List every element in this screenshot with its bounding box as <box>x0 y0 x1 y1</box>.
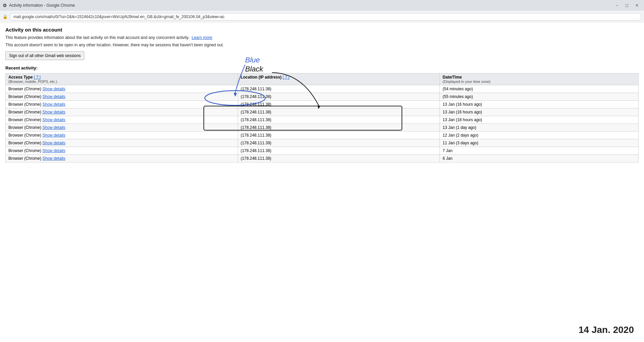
restore-button[interactable]: ◻ <box>623 2 631 9</box>
address-bar-row: 🔒 mail.google.com/mail/u/0/?ui=2&ik=1524… <box>0 11 644 23</box>
col-access-type: Access Type [ ? ] (Browser, mobile, POP3… <box>6 74 238 85</box>
location-cell: (178.248.111.38) <box>238 124 440 132</box>
lock-icon: 🔒 <box>3 14 8 19</box>
access-type-cell: Browser (Chrome) Show details <box>6 132 238 139</box>
address-bar[interactable]: mail.google.com/mail/u/0/?ui=2&ik=152464… <box>10 13 641 20</box>
col-location-title: Location (IP address) <box>241 75 283 80</box>
table-row: Browser (Chrome) Show details(178.248.11… <box>6 108 639 116</box>
access-text: Browser (Chrome) <box>8 125 42 130</box>
col-datetime: Date/Time (Displayed in your time zone) <box>440 74 639 85</box>
show-details-link[interactable]: Show details <box>42 110 65 114</box>
title-bar-controls: – ◻ ✕ <box>612 2 641 9</box>
access-type-cell: Browser (Chrome) Show details <box>6 93 238 101</box>
show-details-link[interactable]: Show details <box>42 117 65 122</box>
table-row: Browser (Chrome) Show details(178.248.11… <box>6 147 639 155</box>
col-datetime-sub: (Displayed in your time zone) <box>443 80 636 84</box>
access-type-cell: Browser (Chrome) Show details <box>6 147 238 155</box>
chrome-frame: ⚙ Activity information - Google Chrome –… <box>0 0 644 23</box>
location-cell: (178.248.111.38) <box>238 116 440 124</box>
location-cell: (178.248.111.39) <box>238 139 440 147</box>
access-text: Browser (Chrome) <box>8 141 42 145</box>
table-row: Browser (Chrome) Show details(178.248.11… <box>6 101 639 108</box>
activity-tbody: Browser (Chrome) Show details(178.248.11… <box>6 85 639 162</box>
access-type-cell: Browser (Chrome) Show details <box>6 116 238 124</box>
table-row: Browser (Chrome) Show details(178.248.11… <box>6 116 639 124</box>
show-details-link[interactable]: Show details <box>42 133 65 138</box>
title-bar-left: ⚙ Activity information - Google Chrome <box>3 3 75 8</box>
access-type-cell: Browser (Chrome) Show details <box>6 101 238 108</box>
access-text: Browser (Chrome) <box>8 148 42 153</box>
datetime-cell: 11 Jan (3 days ago) <box>440 139 639 147</box>
col-access-type-link[interactable]: [ ? ] <box>34 75 41 80</box>
datetime-cell: 13 Jan (16 hours ago) <box>440 101 639 108</box>
datetime-cell: 7 Jan <box>440 147 639 155</box>
access-type-cell: Browser (Chrome) Show details <box>6 124 238 132</box>
table-row: Browser (Chrome) Show details(178.248.11… <box>6 93 639 101</box>
access-text: Browser (Chrome) <box>8 110 42 114</box>
show-details-link[interactable]: Show details <box>42 87 65 91</box>
access-text: Browser (Chrome) <box>8 117 42 122</box>
chrome-logo-icon: ⚙ <box>3 3 7 8</box>
datetime-cell: 13 Jan (16 hours ago) <box>440 108 639 116</box>
activity-table: Access Type [ ? ] (Browser, mobile, POP3… <box>5 73 639 162</box>
learn-more-link[interactable]: Learn more <box>192 35 212 40</box>
show-details-link[interactable]: Show details <box>42 148 65 153</box>
show-details-link[interactable]: Show details <box>42 156 65 161</box>
access-type-cell: Browser (Chrome) Show details <box>6 139 238 147</box>
table-header-row: Access Type [ ? ] (Browser, mobile, POP3… <box>6 74 639 85</box>
sign-out-button[interactable]: Sign out of all other Gmail web sessions <box>5 51 84 60</box>
datetime-cell: 12 Jan (2 days ago) <box>440 132 639 139</box>
col-datetime-title: Date/Time <box>443 75 462 80</box>
access-type-cell: Browser (Chrome) Show details <box>6 85 238 93</box>
page-content: Activity on this account This feature pr… <box>0 23 644 166</box>
close-button[interactable]: ✕ <box>633 2 641 9</box>
show-details-link[interactable]: Show details <box>42 125 65 130</box>
access-text: Browser (Chrome) <box>8 102 42 107</box>
location-cell: (178.248.111.38) <box>238 155 440 162</box>
location-cell: (178.248.111.38) <box>238 108 440 116</box>
datetime-cell: (54 minutes ago) <box>440 85 639 93</box>
datetime-cell: 13 Jan (18 hours ago) <box>440 116 639 124</box>
recent-activity-label: Recent activity: <box>5 65 639 70</box>
location-cell: (178.248.111.38) <box>238 85 440 93</box>
account-notice: This account doesn't seem to be open in … <box>5 43 639 47</box>
minimize-button[interactable]: – <box>612 2 621 9</box>
location-cell: (178.248.111.38) <box>238 132 440 139</box>
col-access-type-title: Access Type <box>8 75 34 80</box>
table-row: Browser (Chrome) Show details(178.248.11… <box>6 124 639 132</box>
page-title: Activity on this account <box>5 27 639 33</box>
col-location-link[interactable]: [ ? ] <box>283 75 289 80</box>
datetime-cell: 13 Jan (1 day ago) <box>440 124 639 132</box>
location-cell: (178.248.111.38) <box>238 147 440 155</box>
table-row: Browser (Chrome) Show details(178.248.11… <box>6 85 639 93</box>
datetime-cell: (55 minutes ago) <box>440 93 639 101</box>
access-text: Browser (Chrome) <box>8 94 42 99</box>
datetime-cell: 6 Jan <box>440 155 639 162</box>
title-bar: ⚙ Activity information - Google Chrome –… <box>0 0 644 11</box>
page-wrapper: Activity on this account This feature pr… <box>0 23 644 166</box>
show-details-link[interactable]: Show details <box>42 102 65 107</box>
show-details-link[interactable]: Show details <box>42 141 65 145</box>
access-text: Browser (Chrome) <box>8 156 42 161</box>
feature-info-text: This feature provides information about … <box>5 35 189 40</box>
table-row: Browser (Chrome) Show details(178.248.11… <box>6 139 639 147</box>
access-type-cell: Browser (Chrome) Show details <box>6 155 238 162</box>
access-text: Browser (Chrome) <box>8 133 42 138</box>
access-type-cell: Browser (Chrome) Show details <box>6 108 238 116</box>
window-title: Activity information - Google Chrome <box>9 3 75 8</box>
feature-info: This feature provides information about … <box>5 35 639 40</box>
location-cell: (178.248.111.38) <box>238 93 440 101</box>
access-text: Browser (Chrome) <box>8 87 42 91</box>
col-access-type-sub: (Browser, mobile, POP3, etc.) <box>8 80 235 84</box>
table-row: Browser (Chrome) Show details(178.248.11… <box>6 132 639 139</box>
location-cell: (178.248.111.38) <box>238 101 440 108</box>
col-location: Location (IP address) [ ? ] <box>238 74 440 85</box>
table-row: Browser (Chrome) Show details(178.248.11… <box>6 155 639 162</box>
show-details-link[interactable]: Show details <box>42 94 65 99</box>
